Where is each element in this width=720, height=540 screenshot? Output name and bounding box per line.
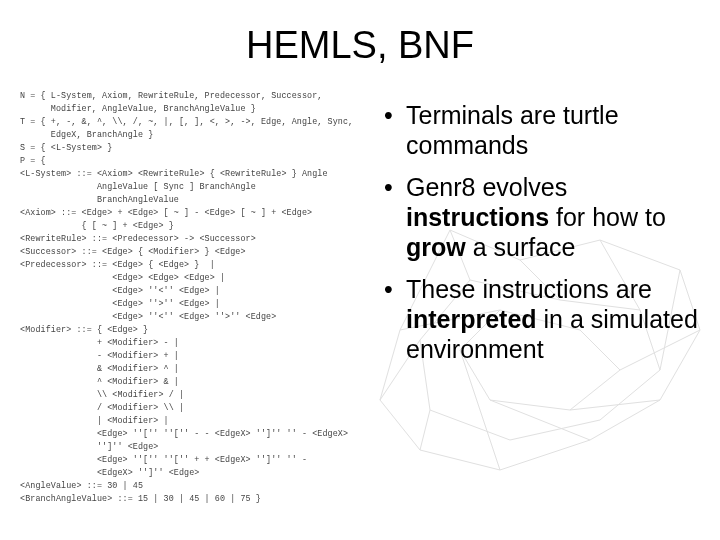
bnf-line: <AngleValue> ::= 30 | 45: [20, 481, 143, 491]
slide-title: HEMLS, BNF: [0, 24, 720, 67]
bullet-1: Terminals are turtle commands: [380, 100, 700, 160]
bnf-grammar: N = { L-System, Axiom, RewriteRule, Pred…: [20, 90, 360, 507]
bullet-text: Genr8 evolves: [406, 173, 567, 201]
bnf-line: P = {: [20, 156, 46, 166]
bnf-line: ^ <Modifier> & |: [20, 377, 179, 387]
bullet-strong: grow: [406, 233, 466, 261]
bnf-line: { [ ~ ] + <Edge> }: [20, 221, 174, 231]
bnf-line: - <Modifier> + |: [20, 351, 179, 361]
bnf-line: <Edge> ''['' ''['' + + <EdgeX> '']'' '' …: [20, 455, 307, 465]
bnf-line: & <Modifier> ^ |: [20, 364, 179, 374]
bnf-line: T = { +, -, &, ^, \\, /, ~, |, [, ], <, …: [20, 117, 353, 127]
bnf-line: + <Modifier> - |: [20, 338, 179, 348]
bnf-line: <Edge> ''<'' <Edge> ''>'' <Edge>: [20, 312, 276, 322]
bnf-line: BranchAngleValue: [20, 195, 179, 205]
bnf-line: <Predecessor> ::= <Edge> { <Edge> } |: [20, 260, 215, 270]
bnf-line: <Axiom> ::= <Edge> + <Edge> [ ~ ] - <Edg…: [20, 208, 312, 218]
bnf-line: <Edge> <Edge> <Edge> |: [20, 273, 225, 283]
bnf-line: \\ <Modifier> / |: [20, 390, 184, 400]
bnf-line: S = { <L-System> }: [20, 143, 112, 153]
bullet-3: These instructions are interpreted in a …: [380, 274, 700, 364]
bnf-line: <Edge> ''<'' <Edge> |: [20, 286, 220, 296]
bnf-line: | <Modifier> |: [20, 416, 169, 426]
svg-line-8: [420, 410, 430, 450]
bullet-text: Terminals are turtle commands: [406, 101, 619, 159]
bnf-line: AngleValue [ Sync ] BranchAngle: [20, 182, 256, 192]
bullet-list: Terminals are turtle commands Genr8 evol…: [380, 100, 700, 376]
bnf-line: <L-System> ::= <Axiom> <RewriteRule> { <…: [20, 169, 328, 179]
svg-line-6: [490, 400, 590, 440]
bnf-line: <EdgeX> '']'' <Edge>: [20, 468, 199, 478]
bullet-text: a surface: [466, 233, 576, 261]
bnf-line: <Edge> ''['' ''['' - - <EdgeX> '']'' '' …: [20, 429, 348, 439]
bnf-line: <RewriteRule> ::= <Predecessor> -> <Succ…: [20, 234, 256, 244]
bullet-strong: interpreted: [406, 305, 537, 333]
slide: HEMLS, BNF N = { L-System, Axiom, Rewrit…: [0, 0, 720, 540]
bullet-text: for how to: [549, 203, 666, 231]
bnf-line: <Edge> ''>'' <Edge> |: [20, 299, 220, 309]
bnf-line: EdgeX, BranchAngle }: [20, 130, 153, 140]
bnf-line: <Successor> ::= <Edge> { <Modifier> } <E…: [20, 247, 246, 257]
bullet-strong: instructions: [406, 203, 549, 231]
bnf-line: Modifier, AngleValue, BranchAngleValue }: [20, 104, 256, 114]
bnf-line: <Modifier> ::= { <Edge> }: [20, 325, 148, 335]
svg-line-5: [570, 400, 660, 410]
bnf-line: / <Modifier> \\ |: [20, 403, 184, 413]
bnf-line: <BranchAngleValue> ::= 15 | 30 | 45 | 60…: [20, 494, 261, 504]
bullet-text: These instructions are: [406, 275, 652, 303]
bullet-2: Genr8 evolves instructions for how to gr…: [380, 172, 700, 262]
bnf-line: N = { L-System, Axiom, RewriteRule, Pred…: [20, 91, 322, 101]
bnf-line: '']'' <Edge>: [20, 442, 158, 452]
